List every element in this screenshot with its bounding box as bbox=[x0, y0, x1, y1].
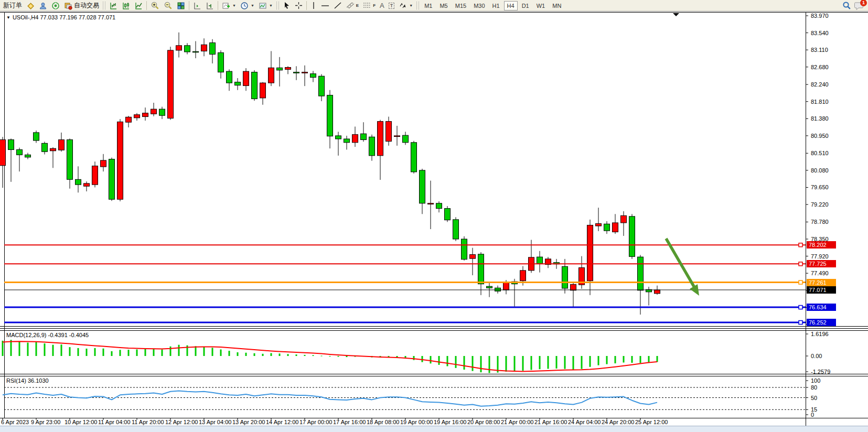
macd-histogram-bar bbox=[145, 349, 146, 356]
rsi-scale-label: 0 bbox=[811, 412, 814, 418]
chart-title: ▼ USOil-,H4 77.033 77.196 77.028 77.071 bbox=[6, 14, 115, 20]
macd-histogram-bar bbox=[539, 356, 541, 369]
candle-down bbox=[495, 288, 501, 291]
time-tick-label: 17 Apr 16:00 bbox=[333, 419, 366, 425]
candle-up bbox=[613, 223, 618, 232]
candle-up bbox=[571, 284, 576, 290]
candle-up bbox=[143, 113, 148, 117]
price-tick-label: 82.240 bbox=[811, 81, 829, 88]
line-endpoint-handle[interactable] bbox=[799, 262, 802, 266]
mt4-window: 新订单 自动交易 bbox=[0, 0, 868, 432]
time-tick-label: 17 Apr 00:00 bbox=[299, 419, 332, 425]
macd-histogram-bar bbox=[506, 356, 507, 372]
rsi-scale-label: 50 bbox=[811, 395, 817, 401]
macd-scale-label: 0.00 bbox=[811, 353, 822, 359]
macd-label: MACD(12,26,9) -0.4391 -0.4045 bbox=[6, 332, 89, 338]
collapse-triangle-icon[interactable]: ▼ bbox=[6, 15, 10, 20]
candle-down bbox=[218, 52, 224, 72]
macd-histogram-bar bbox=[623, 356, 625, 362]
macd-histogram-bar bbox=[548, 356, 549, 369]
candle-down bbox=[403, 135, 409, 143]
macd-histogram-bar bbox=[271, 353, 272, 356]
chart-plot-area[interactable] bbox=[0, 0, 868, 432]
candle-down bbox=[76, 179, 81, 185]
chart-title-text: USOil-,H4 77.033 77.196 77.028 77.071 bbox=[13, 14, 115, 20]
price-tick-label: 81.810 bbox=[811, 99, 829, 105]
macd-histogram-bar bbox=[313, 355, 314, 356]
macd-histogram-bar bbox=[590, 356, 591, 367]
macd-histogram-bar bbox=[514, 356, 516, 371]
candle-down bbox=[537, 257, 543, 264]
candle-down bbox=[67, 139, 73, 179]
macd-histogram-bar bbox=[329, 356, 331, 357]
candle-down bbox=[478, 254, 484, 284]
candle-up bbox=[151, 109, 157, 114]
candle-down bbox=[25, 155, 31, 157]
price-tick-label: 80.950 bbox=[811, 133, 829, 139]
candle-up bbox=[428, 203, 434, 204]
line-endpoint-handle[interactable] bbox=[799, 306, 802, 309]
macd-histogram-bar bbox=[413, 356, 415, 360]
macd-histogram-bar bbox=[19, 342, 20, 356]
candle-up bbox=[285, 68, 291, 70]
time-tick-label: 10 Apr 12:00 bbox=[65, 419, 97, 425]
candle-up bbox=[378, 122, 383, 156]
line-endpoint-handle[interactable] bbox=[799, 321, 802, 325]
time-tick-label: 20 Apr 08:00 bbox=[467, 419, 500, 425]
macd-histogram-bar bbox=[573, 356, 574, 370]
candle-down bbox=[445, 209, 451, 220]
macd-histogram-bar bbox=[287, 354, 289, 356]
candle-down bbox=[294, 72, 299, 73]
macd-histogram-bar bbox=[27, 343, 29, 356]
candle-up bbox=[655, 290, 660, 294]
candle-down bbox=[453, 220, 459, 239]
line-endpoint-handle[interactable] bbox=[799, 280, 802, 284]
candle-down bbox=[629, 217, 635, 257]
macd-histogram-bar bbox=[346, 356, 348, 357]
candle-up bbox=[176, 46, 182, 50]
macd-histogram-bar bbox=[480, 356, 482, 372]
macd-histogram-bar bbox=[78, 348, 79, 356]
macd-histogram-bar bbox=[94, 348, 96, 356]
macd-histogram-bar bbox=[153, 349, 155, 356]
candle-down bbox=[109, 159, 115, 200]
candle-up bbox=[596, 223, 602, 226]
candle-down bbox=[227, 71, 232, 83]
macd-histogram-bar bbox=[464, 356, 465, 370]
chart-shift-marker-icon[interactable] bbox=[673, 13, 679, 16]
macd-histogram-bar bbox=[178, 345, 180, 356]
candle-down bbox=[42, 143, 48, 152]
time-tick-label: 21 Apr 00:00 bbox=[501, 419, 533, 425]
candle-up bbox=[117, 122, 123, 199]
macd-histogram-bar bbox=[212, 348, 213, 356]
time-tick-label: 19 Apr 16:00 bbox=[434, 419, 466, 425]
price-tick-label: 77.920 bbox=[811, 253, 829, 260]
line-endpoint-handle[interactable] bbox=[799, 243, 802, 247]
macd-histogram-bar bbox=[220, 350, 222, 356]
level-price-box: 76.252 bbox=[807, 319, 836, 326]
candle-down bbox=[336, 136, 341, 139]
candle-up bbox=[126, 117, 132, 122]
macd-histogram-bar bbox=[564, 356, 566, 369]
macd-histogram-bar bbox=[531, 356, 532, 370]
level-price-box: 76.634 bbox=[807, 304, 836, 311]
candle-down bbox=[638, 257, 644, 290]
candle-down bbox=[604, 224, 610, 231]
level-price-box: 77.261 bbox=[807, 279, 836, 286]
price-tick-label: 83.110 bbox=[811, 47, 828, 53]
candle-down bbox=[17, 149, 23, 155]
macd-histogram-bar bbox=[254, 353, 255, 356]
macd-histogram-bar bbox=[648, 356, 650, 362]
trend-arrow-shaft[interactable] bbox=[666, 239, 694, 287]
candle-up bbox=[101, 160, 106, 167]
macd-scale-label: 1.6196 bbox=[811, 331, 829, 337]
candle-down bbox=[319, 76, 325, 96]
price-tick-label: 79.220 bbox=[811, 201, 829, 208]
candle-down bbox=[462, 239, 467, 260]
time-tick-label: 21 Apr 16:00 bbox=[534, 419, 567, 425]
macd-histogram-bar bbox=[128, 350, 130, 356]
candle-down bbox=[369, 137, 375, 156]
macd-histogram-bar bbox=[61, 344, 62, 356]
candle-up bbox=[621, 215, 627, 223]
macd-histogram-bar bbox=[522, 356, 524, 371]
